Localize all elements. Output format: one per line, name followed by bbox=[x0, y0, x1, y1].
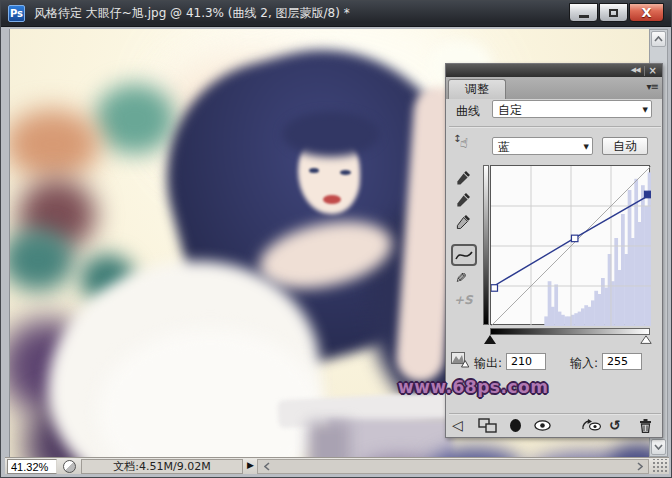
close-panel-icon[interactable]: × bbox=[644, 66, 657, 76]
hand-icon: ☝ bbox=[459, 135, 469, 151]
input-value-field[interactable] bbox=[602, 353, 642, 370]
document-size-text: 文档:4.51M/9.02M bbox=[113, 459, 210, 474]
maximize-button[interactable] bbox=[599, 3, 628, 22]
photo-flower-teal bbox=[95, 84, 175, 154]
close-icon: X bbox=[641, 6, 651, 19]
output-label: 输出: bbox=[474, 355, 502, 372]
horizontal-scrollbar[interactable] bbox=[257, 459, 649, 474]
pie-chart-icon bbox=[63, 460, 76, 473]
tab-adjustments[interactable]: 调整 bbox=[448, 79, 506, 99]
scroll-down-button[interactable] bbox=[651, 439, 666, 455]
curves-preset-row: 曲线 自定 ▼ bbox=[446, 100, 662, 122]
window-title: 风格待定 大眼仔~旭.jpg @ 41.3% (曲线 2, 图层蒙版/8) * bbox=[34, 5, 350, 22]
panel-footer-icons: ◁ ↺ bbox=[446, 416, 662, 436]
minimize-icon bbox=[579, 15, 589, 18]
gray-point-eyedropper-icon[interactable] bbox=[453, 190, 473, 208]
preset-dropdown[interactable]: 自定 ▼ bbox=[492, 100, 652, 118]
curves-graph[interactable] bbox=[490, 165, 650, 325]
photo-eye bbox=[340, 170, 351, 175]
divider bbox=[449, 126, 661, 127]
white-point-eyedropper-icon[interactable] bbox=[453, 212, 473, 230]
divider bbox=[449, 413, 661, 414]
pencil-tool-icon[interactable]: ✎ bbox=[455, 270, 467, 286]
resize-grip[interactable] bbox=[651, 459, 669, 474]
curve-icon bbox=[454, 248, 474, 262]
clip-oval-icon bbox=[510, 419, 521, 432]
channel-row: ↕ ☝ 蓝 ▼ 自动 bbox=[446, 135, 662, 159]
output-input-row: 输出: 输入: bbox=[446, 353, 662, 373]
panel-menu-icon[interactable]: ▾≡ bbox=[647, 81, 658, 92]
view-previous-state-icon[interactable] bbox=[580, 416, 602, 434]
chevron-right-icon bbox=[637, 462, 643, 471]
chevron-down-icon: ▼ bbox=[643, 106, 648, 114]
status-bar: 文档:4.51M/9.02M ▶ bbox=[5, 457, 669, 474]
channel-value: 蓝 bbox=[498, 140, 510, 154]
clip-to-layer-icon[interactable] bbox=[510, 416, 521, 434]
visibility-eye-icon[interactable] bbox=[534, 416, 551, 434]
collapse-panel-icon[interactable]: ◀◀ bbox=[631, 67, 640, 74]
document-size-field: 文档:4.51M/9.02M bbox=[81, 459, 243, 474]
chevron-down-icon bbox=[654, 444, 663, 450]
chevron-down-icon: ▼ bbox=[584, 143, 589, 151]
delete-adjustment-trash-icon[interactable] bbox=[639, 416, 652, 434]
auto-button[interactable]: 自动 bbox=[602, 137, 648, 155]
targeted-adjustment-icon[interactable]: ↕ ☝ bbox=[453, 135, 477, 157]
photo-flower-orange bbox=[9, 109, 100, 179]
switch-panel-view-icon[interactable] bbox=[478, 416, 498, 434]
close-button[interactable]: X bbox=[629, 3, 664, 22]
scroll-right-button[interactable] bbox=[632, 460, 647, 473]
chevron-left-icon bbox=[264, 462, 270, 471]
chevron-up-icon bbox=[654, 36, 663, 42]
photo-eye bbox=[309, 168, 319, 173]
reset-icon[interactable]: ↺ bbox=[609, 416, 621, 434]
maximize-icon bbox=[609, 9, 618, 17]
curves-tool-column: ✎ +S bbox=[451, 165, 481, 375]
watermark-text: www.68ps.com bbox=[398, 377, 548, 397]
curves-label: 曲线 bbox=[456, 103, 480, 120]
status-flyout-arrow[interactable]: ▶ bbox=[247, 460, 254, 470]
white-input-slider[interactable] bbox=[640, 335, 652, 344]
photo-lips bbox=[323, 195, 341, 204]
minimize-button[interactable] bbox=[569, 3, 598, 22]
title-bar[interactable]: Ps 风格待定 大眼仔~旭.jpg @ 41.3% (曲线 2, 图层蒙版/8)… bbox=[1, 1, 672, 27]
input-label: 输入: bbox=[570, 355, 598, 372]
channel-dropdown[interactable]: 蓝 ▼ bbox=[492, 137, 593, 155]
photo-hair-fringe bbox=[282, 111, 380, 157]
scroll-left-button[interactable] bbox=[259, 460, 274, 473]
input-gradient-bar bbox=[490, 328, 650, 335]
return-to-adjustment-list-icon[interactable]: ◁ bbox=[452, 416, 463, 434]
scroll-up-button[interactable] bbox=[651, 31, 666, 47]
edit-points-tool-selected[interactable] bbox=[451, 244, 477, 266]
photoshop-logo-icon: Ps bbox=[8, 5, 25, 22]
output-value-field[interactable] bbox=[506, 353, 546, 370]
zoom-level-field[interactable] bbox=[7, 459, 57, 474]
smooth-curve-icon[interactable]: +S bbox=[454, 293, 473, 307]
black-input-slider[interactable] bbox=[484, 335, 496, 344]
panel-header[interactable]: ◀◀ × bbox=[446, 64, 662, 77]
window-controls: X bbox=[568, 3, 664, 22]
black-point-eyedropper-icon[interactable] bbox=[453, 168, 473, 186]
photo-pedestal-shadow bbox=[308, 422, 350, 457]
output-gradient-bar bbox=[483, 165, 489, 325]
preset-value: 自定 bbox=[498, 103, 522, 117]
panel-tab-bar: 调整 ▾≡ bbox=[446, 77, 662, 99]
